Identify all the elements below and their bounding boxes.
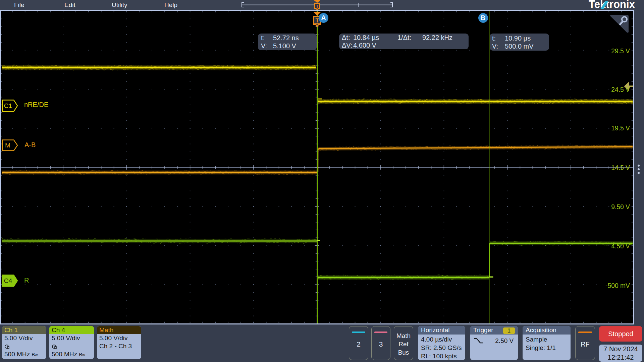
svg-text:nRE/DE: nRE/DE [24, 101, 48, 108]
svg-text:C4: C4 [4, 277, 12, 284]
svg-text:Tektronix: Tektronix [589, 0, 635, 10]
svg-text:C1: C1 [4, 102, 12, 109]
svg-text:R: R [24, 277, 29, 284]
svg-text:T: T [316, 4, 319, 9]
svg-text:M: M [5, 142, 10, 149]
svg-text:A-B: A-B [24, 141, 36, 148]
